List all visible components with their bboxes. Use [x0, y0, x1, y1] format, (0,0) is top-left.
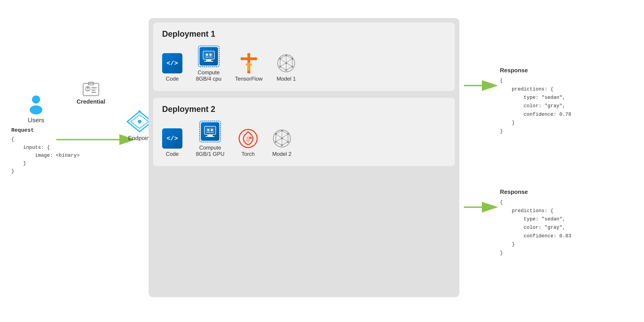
svg-rect-13	[92, 92, 96, 93]
deployment1-compute-label: Compute8GB/4 cpu	[196, 69, 221, 82]
svg-point-39	[285, 62, 287, 64]
deployment2-title: Deployment 2	[162, 104, 446, 114]
svg-point-16	[138, 120, 142, 124]
svg-point-36	[285, 69, 287, 71]
svg-rect-11	[92, 87, 97, 88]
svg-point-45	[211, 129, 213, 131]
svg-point-53	[281, 130, 283, 132]
credential-label: Credential	[76, 98, 105, 105]
response1-block: Response { predictions: { type: "sedan",…	[500, 65, 571, 136]
deployment1-model1-item: Model 1	[276, 53, 296, 82]
deployment1-model1-icon	[276, 53, 296, 74]
svg-point-44	[207, 129, 210, 131]
response1-code: { predictions: { type: "sedan", color: "…	[500, 76, 571, 136]
credential-group: Credential	[76, 81, 105, 105]
request-block: Request { inputs: { image: <binary> } }	[11, 126, 80, 175]
svg-point-57	[275, 141, 277, 143]
svg-point-34	[292, 58, 293, 60]
svg-point-5	[32, 96, 40, 104]
deployment1-tensorflow-icon	[239, 53, 259, 74]
deployment1-box: Deployment 1 </> Code	[153, 22, 455, 91]
response2-block: Response { predictions: { type: "sedan",…	[500, 187, 571, 257]
svg-point-22	[206, 54, 208, 56]
deployment2-torch-label: Torch	[242, 151, 255, 157]
deployment2-compute-label: Compute8GB/1 GPU	[196, 144, 224, 157]
deployment2-code-item: </> Code	[162, 128, 182, 157]
deployment1-code-label: Code	[166, 76, 178, 82]
svg-rect-19	[206, 60, 212, 61]
svg-rect-41	[208, 135, 213, 136]
svg-point-6	[30, 106, 42, 114]
svg-rect-12	[92, 90, 96, 90]
deployment2-box: Deployment 2 </> Code	[153, 98, 455, 166]
deployment1-code-icon: </>	[162, 53, 182, 74]
deployment1-compute-inner	[200, 47, 218, 66]
users-label: Users	[28, 117, 44, 124]
compute-inner-icon	[202, 51, 216, 62]
response2-code: { predictions: { type: "sedan", color: "…	[500, 198, 571, 257]
svg-point-17	[138, 110, 141, 112]
deployment-outer-box: Deployment 1 </> Code	[148, 18, 459, 297]
request-code: { inputs: { image: <binary> } }	[11, 136, 80, 175]
svg-point-58	[275, 133, 277, 135]
deployment2-torch-item: Torch	[238, 128, 258, 157]
svg-point-55	[287, 141, 289, 143]
deployment2-model2-label: Model 2	[272, 151, 292, 157]
deployment2-compute-icon-wrapper	[199, 121, 221, 142]
response2-label: Response	[500, 187, 571, 197]
svg-point-25	[240, 57, 244, 60]
svg-point-33	[285, 54, 287, 56]
deployment1-code-item: </> Code	[162, 53, 182, 82]
svg-rect-20	[204, 61, 213, 62]
deployment1-compute-item: Compute8GB/4 cpu	[196, 46, 221, 82]
svg-point-38	[279, 58, 281, 60]
users-group: Users	[18, 94, 54, 124]
svg-rect-42	[206, 136, 214, 137]
svg-point-59	[281, 138, 283, 140]
deployment2-model2-item: Model 2	[272, 128, 292, 157]
svg-point-47	[249, 137, 252, 139]
deployment1-icons-row: </> Code	[162, 46, 446, 82]
compute-inner-icon-2	[203, 126, 217, 137]
svg-point-26	[254, 57, 257, 60]
svg-point-54	[287, 133, 289, 135]
svg-point-37	[279, 66, 281, 68]
deployment2-code-label: Code	[166, 151, 178, 157]
deployment2-torch-icon	[238, 128, 258, 148]
response1-label: Response	[500, 65, 571, 75]
deployment1-title: Deployment 1	[162, 29, 446, 39]
svg-point-23	[210, 54, 212, 56]
deployment2-code-icon: </>	[162, 128, 182, 148]
svg-point-56	[281, 144, 283, 146]
deployment1-tensorflow-item: TensorFlow	[235, 53, 262, 82]
deployment2-icons-row: </> Code	[162, 121, 446, 157]
diagram-container: Users Credential Request { inputs: { ima…	[0, 0, 644, 322]
user-icon	[26, 94, 46, 115]
deployment1-compute-icon-wrapper	[198, 46, 220, 67]
endpoint-label: Endpoint	[128, 135, 151, 142]
deployment2-compute-inner	[201, 122, 219, 141]
request-label: Request	[11, 126, 80, 135]
deployment1-model1-label: Model 1	[276, 76, 296, 82]
svg-point-10	[87, 87, 89, 89]
credential-icon	[82, 81, 100, 97]
deployment1-tensorflow-label: TensorFlow	[235, 76, 262, 82]
deployment2-compute-item: Compute8GB/1 GPU	[196, 121, 224, 157]
svg-point-35	[292, 66, 293, 68]
deployment2-model2-icon	[272, 128, 292, 148]
